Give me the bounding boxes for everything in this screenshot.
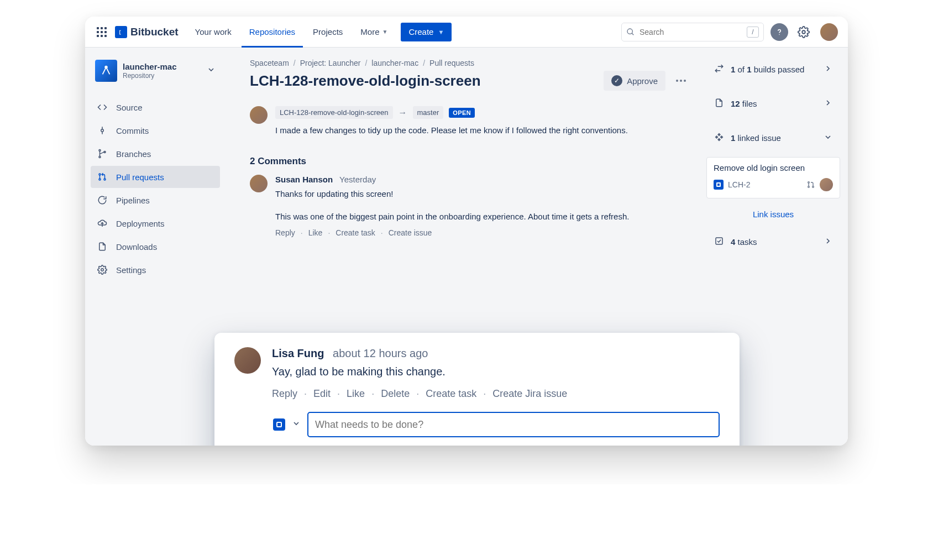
sidebar-item-source[interactable]: Source — [91, 96, 220, 118]
linked-issue-panel: 1 linked issue Remove old login screen L… — [706, 124, 840, 221]
svg-line-1 — [632, 33, 633, 35]
comment-action-create-issue[interactable]: Create issue — [389, 228, 432, 237]
comment-action-reply[interactable]: Reply — [275, 228, 295, 237]
sidebar-item-label: Branches — [116, 149, 151, 159]
jira-issue-icon — [714, 180, 724, 190]
user-avatar[interactable] — [820, 23, 838, 41]
comment-action-create-task[interactable]: Create task — [336, 228, 375, 237]
search-field[interactable]: / — [621, 23, 764, 41]
comment-author[interactable]: Lisa Fung — [272, 347, 324, 359]
comment-time: Yesterday — [339, 175, 376, 184]
top-navigation: ⎵ Bitbucket Your work Repositories Proje… — [85, 17, 848, 48]
gear-icon[interactable] — [795, 23, 813, 41]
breadcrumb-item[interactable]: Project: Launcher — [300, 59, 361, 67]
builds-text: 1 of 1 builds passed — [731, 65, 804, 74]
product-logo[interactable]: ⎵ Bitbucket — [115, 26, 179, 38]
comment-author[interactable]: Susan Hanson — [275, 175, 333, 184]
sidebar-item-settings[interactable]: Settings — [91, 259, 220, 281]
nav-more[interactable]: More ▼ — [353, 17, 395, 48]
commenter-avatar[interactable] — [250, 175, 268, 192]
author-avatar[interactable] — [250, 106, 268, 124]
sidebar-item-label: Pull requests — [116, 172, 164, 182]
linked-issue-card[interactable]: Remove old login screen LCH-2 — [706, 157, 840, 198]
create-button[interactable]: Create ▼ — [401, 23, 452, 41]
comment-action-delete[interactable]: Delete — [381, 388, 410, 400]
comment-action-like[interactable]: Like — [347, 388, 365, 400]
target-branch[interactable]: master — [413, 106, 444, 119]
title-row: LCH-128-remove-old-login-screen ✓ Approv… — [250, 71, 691, 91]
comment-actions: Reply· Edit· Like· Delete· Create task· … — [272, 388, 720, 400]
repo-switcher[interactable]: launcher-mac Repository — [91, 55, 220, 86]
breadcrumb-item[interactable]: Pull requests — [429, 59, 474, 67]
approve-button[interactable]: ✓ Approve — [604, 71, 665, 91]
breadcrumb-item[interactable]: Spaceteam — [250, 59, 289, 67]
comment-action-edit[interactable]: Edit — [313, 388, 331, 400]
svg-point-12 — [99, 179, 101, 180]
project-picker[interactable]: rocketship▾ — [367, 445, 417, 446]
jira-issue-icon[interactable] — [273, 418, 285, 431]
pr-description-text: I made a few changes to tidy up the code… — [275, 124, 628, 137]
search-input[interactable] — [638, 27, 743, 37]
svg-point-8 — [99, 150, 101, 151]
chevron-down-icon: ▼ — [382, 29, 387, 35]
repo-subtitle: Repository — [123, 72, 177, 80]
task-icon — [714, 236, 724, 248]
svg-point-5 — [101, 129, 104, 132]
sidebar-item-deployments[interactable]: Deployments — [91, 212, 220, 234]
comment-action-create-task[interactable]: Create task — [426, 388, 476, 400]
chevron-right-icon — [824, 237, 832, 247]
nav-more-label: More — [360, 27, 379, 36]
chevron-down-icon[interactable] — [292, 419, 301, 430]
svg-point-15 — [808, 182, 810, 184]
comment-text: Yay, glad to be making this change. — [272, 365, 720, 378]
comment-action-create-jira-issue[interactable]: Create Jira issue — [492, 388, 567, 400]
search-icon — [626, 28, 635, 36]
sidebar-item-pull-requests[interactable]: Pull requests — [91, 166, 220, 188]
link-issues-button[interactable]: Link issues — [706, 204, 840, 221]
comment-action-reply[interactable]: Reply — [272, 388, 297, 400]
help-icon[interactable] — [770, 23, 788, 41]
sidebar-item-label: Commits — [116, 126, 149, 135]
arrow-right-icon: → — [399, 108, 407, 118]
sidebar-item-pipelines[interactable]: Pipelines — [91, 189, 220, 211]
sidebar-item-label: Pipelines — [116, 196, 150, 205]
breadcrumb-item[interactable]: launcher-mac — [371, 59, 418, 67]
commit-icon — [96, 125, 108, 135]
comment-action-like[interactable]: Like — [308, 228, 323, 237]
chevron-down-icon — [824, 133, 832, 143]
sidebar-item-branches[interactable]: Branches — [91, 143, 220, 165]
files-panel[interactable]: 12 files — [706, 90, 840, 117]
pipelines-icon — [96, 195, 108, 205]
sidebar-item-label: Settings — [116, 265, 146, 275]
issue-summary-input[interactable] — [307, 412, 720, 437]
builds-panel[interactable]: 1 of 1 builds passed — [706, 55, 840, 83]
app-frame: ⎵ Bitbucket Your work Repositories Proje… — [85, 17, 848, 446]
svg-point-4 — [105, 66, 107, 69]
space-picker[interactable]: Launcher▾ — [432, 445, 479, 446]
check-icon: ✓ — [611, 75, 622, 86]
app-switcher-icon[interactable] — [95, 25, 108, 39]
sidebar-item-downloads[interactable]: Downloads — [91, 235, 220, 258]
assignee-avatar[interactable] — [820, 178, 833, 191]
settings-icon — [96, 265, 108, 275]
pull-request-icon — [806, 180, 815, 189]
downloads-icon — [96, 242, 108, 252]
issue-title: Remove old login screen — [714, 163, 833, 172]
linked-issue-header[interactable]: 1 linked issue — [706, 124, 840, 151]
source-branch[interactable]: LCH-128-remove-old-login-screen — [275, 106, 393, 119]
svg-point-0 — [627, 29, 632, 34]
nav-your-work[interactable]: Your work — [187, 17, 239, 48]
files-text: 12 files — [731, 99, 757, 108]
nav-repositories[interactable]: Repositories — [242, 17, 303, 48]
commenter-avatar[interactable] — [234, 347, 261, 374]
cancel-button[interactable]: Cancel — [690, 445, 720, 446]
bitbucket-icon: ⎵ — [115, 26, 127, 38]
page-title: LCH-128-remove-old-login-screen — [250, 72, 481, 90]
tasks-panel[interactable]: 4 tasks — [706, 228, 840, 255]
approve-label: Approve — [627, 76, 658, 86]
sidebar-item-commits[interactable]: Commits — [91, 119, 220, 142]
more-actions-button[interactable] — [671, 71, 691, 91]
deployments-icon — [96, 218, 108, 228]
nav-projects[interactable]: Projects — [305, 17, 350, 48]
svg-point-16 — [808, 186, 810, 188]
